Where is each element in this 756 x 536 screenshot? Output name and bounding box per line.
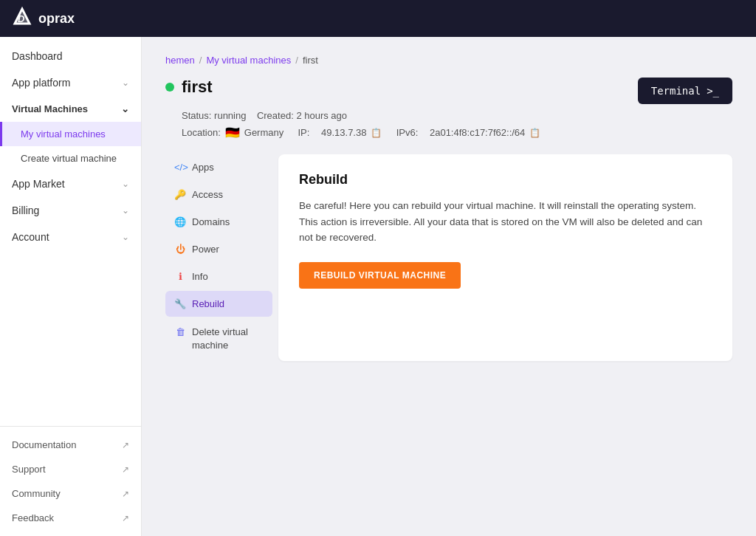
sidebar-item-account[interactable]: Account ⌄ [0,224,141,250]
rebuild-nav-label: Rebuild [192,298,224,309]
apps-icon: </> [174,162,186,173]
vm-header: first Terminal >_ [165,78,732,104]
access-label: Access [192,189,223,200]
rebuild-vm-button[interactable]: REBUILD VIRTUAL MACHINE [299,262,461,289]
create-vm-label: Create virtual machine [21,153,117,164]
delete-label: Delete virtualmachine [192,326,248,352]
chevron-down-icon: ⌄ [122,78,129,88]
sidebar-item-docs[interactable]: Documentation ↗ [0,433,141,457]
vm-content-row: </> Apps 🔑 Access 🌐 Domains ⏻ Power ℹ [165,154,732,361]
created-label: Created: 2 hours ago [257,110,347,121]
breadcrumb-home[interactable]: hemen [165,55,195,66]
power-icon: ⏻ [174,244,186,255]
breadcrumb-sep-1: / [199,55,202,66]
external-link-icon: ↗ [122,489,129,499]
sidebar-item-support[interactable]: Support ↗ [0,457,141,481]
support-label: Support [12,464,46,475]
domains-label: Domains [192,216,230,227]
sidebar-item-dashboard[interactable]: Dashboard [0,43,141,69]
dashboard-label: Dashboard [12,50,63,62]
logo: D oprax [12,6,75,31]
community-label: Community [12,488,61,499]
breadcrumb-current: first [303,55,318,66]
sidebar-item-app-platform[interactable]: App platform ⌄ [0,69,141,96]
panel-description: Be careful! Here you can rebuild your vi… [299,198,712,246]
ipv6-label: IPv6: [396,127,419,138]
breadcrumb-vms[interactable]: My virtual machines [206,55,291,66]
rebuild-icon: 🔧 [174,298,186,309]
svg-text:D: D [18,13,25,24]
vm-nav-power[interactable]: ⏻ Power [165,236,272,262]
chevron-down-icon: ⌄ [121,103,129,114]
breadcrumb-sep-2: / [295,55,298,66]
sidebar-bottom: Documentation ↗ Support ↗ Community ↗ Fe… [0,426,141,536]
main-layout: Dashboard App platform ⌄ Virtual Machine… [0,37,756,536]
ip-value: 49.13.7.38 [321,127,366,138]
sidebar-item-feedback[interactable]: Feedback ↗ [0,506,141,530]
terminal-button[interactable]: Terminal >_ [638,78,732,104]
virtual-machines-label: Virtual Machines [12,103,88,114]
vm-title-row: first [165,78,213,97]
external-link-icon: ↗ [122,464,129,475]
sidebar-item-app-market[interactable]: App Market ⌄ [0,171,141,197]
feedback-label: Feedback [12,512,54,523]
panel-title: Rebuild [299,172,712,188]
top-bar: D oprax [0,0,756,37]
external-link-icon: ↗ [122,440,129,450]
chevron-down-icon: ⌄ [122,179,129,189]
vm-nav-rebuild[interactable]: 🔧 Rebuild [165,291,272,317]
info-label: Info [192,271,208,282]
access-icon: 🔑 [174,189,186,200]
app-platform-label: App platform [12,77,70,89]
sidebar-item-create-vm[interactable]: Create virtual machine [0,146,141,171]
copy-ipv6-icon[interactable]: 📋 [529,128,540,138]
vm-meta: Status: running Created: 2 hours ago [182,110,732,121]
logo-icon: D [12,6,32,31]
power-label: Power [192,244,219,255]
status-label: Status: [182,110,214,121]
vm-location: Location: 🇩🇪 Germany IP: 49.13.7.38 📋 IP… [182,126,732,140]
logo-text: oprax [38,11,75,27]
sidebar-item-my-vms[interactable]: My virtual machines [0,122,141,146]
copy-ip-icon[interactable]: 📋 [371,128,382,138]
vm-nav-apps[interactable]: </> Apps [165,154,272,180]
status-dot [165,83,174,92]
delete-icon: 🗑 [174,326,186,337]
sidebar: Dashboard App platform ⌄ Virtual Machine… [0,37,142,536]
rebuild-panel: Rebuild Be careful! Here you can rebuild… [278,154,732,361]
sidebar-top: Dashboard App platform ⌄ Virtual Machine… [0,37,141,426]
domains-icon: 🌐 [174,216,186,227]
terminal-label: Terminal [651,85,701,97]
terminal-icon: >_ [707,85,719,97]
vm-nav-access[interactable]: 🔑 Access [165,182,272,207]
vm-nav-info[interactable]: ℹ Info [165,264,272,289]
content-area: hemen / My virtual machines / first firs… [142,37,756,536]
ipv6-value: 2a01:4f8:c17:7f62::/64 [430,127,525,138]
vm-nav-delete[interactable]: 🗑 Delete virtualmachine [165,318,272,360]
account-label: Account [12,231,49,243]
my-vms-label: My virtual machines [21,128,106,140]
location-name: Germany [244,127,284,138]
vm-nav-domains[interactable]: 🌐 Domains [165,209,272,235]
chevron-down-icon: ⌄ [122,205,129,216]
sidebar-item-community[interactable]: Community ↗ [0,481,141,506]
vm-side-nav: </> Apps 🔑 Access 🌐 Domains ⏻ Power ℹ [165,154,272,361]
sidebar-item-billing[interactable]: Billing ⌄ [0,197,141,224]
billing-label: Billing [12,205,39,216]
sidebar-item-virtual-machines[interactable]: Virtual Machines ⌄ [0,96,141,122]
ip-label: IP: [298,127,309,138]
app-market-label: App Market [12,178,65,190]
info-icon: ℹ [174,271,186,282]
breadcrumb: hemen / My virtual machines / first [165,55,732,66]
vm-name: first [182,78,213,97]
apps-label: Apps [192,162,214,173]
location-label: Location: [182,127,221,138]
external-link-icon: ↗ [122,513,129,523]
flag-icon: 🇩🇪 [225,126,240,140]
chevron-down-icon: ⌄ [122,232,129,242]
status-value: running [214,110,246,121]
docs-label: Documentation [12,439,76,450]
